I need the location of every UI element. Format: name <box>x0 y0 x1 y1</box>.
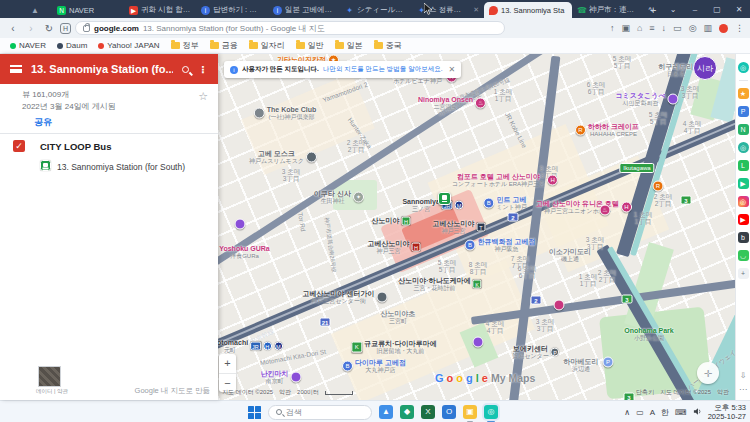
map-poi-label[interactable]: 하마베도리浜辺通 <box>564 358 599 373</box>
bookmark-folder[interactable]: 일반 <box>296 40 324 51</box>
map-poi-label[interactable]: 산노미야·하나도케마에三宮・花時計前K <box>398 277 481 292</box>
taskbar-clock[interactable]: 오후 5:332025-10-27 <box>708 403 746 422</box>
map-poi-label[interactable]: B한큐백화점 고베점神戸阪急 <box>465 238 536 253</box>
shortcuts-link[interactable]: 단축키 <box>636 388 654 397</box>
minimize-button[interactable]: – <box>684 0 706 18</box>
toolbar-icon[interactable]: ≡ <box>649 23 654 33</box>
more-icon[interactable]: ⋯ <box>739 385 747 394</box>
photos-taskbar-icon[interactable]: ▲ <box>379 405 393 419</box>
map-poi-label[interactable]: 히구레도리日暮通 <box>659 63 694 78</box>
toolbar-icon[interactable]: ⌂ <box>637 23 642 33</box>
map-poi-label[interactable]: R <box>653 181 664 192</box>
bookmark-folder[interactable]: 일자리 <box>249 40 285 51</box>
terms-link[interactable]: 약관 <box>717 388 729 397</box>
transit-stop-pill[interactable]: Ikutagawa <box>619 163 654 173</box>
audio-clip-icon[interactable]: ◎ <box>738 142 749 153</box>
layer-checkbox[interactable]: ✓ <box>13 140 25 152</box>
toolbar-icon[interactable]: ↑ <box>610 23 615 33</box>
bookmark-item[interactable]: Daum <box>57 41 87 50</box>
map-poi-label[interactable]: 고베산노미야神戸三宮H <box>368 240 421 255</box>
browser-tab[interactable]: i답변하기 : 지식iN <box>196 2 268 18</box>
volume-icon[interactable] <box>693 407 702 418</box>
account-avatar[interactable]: 시라 <box>693 56 717 80</box>
toolbar-icon[interactable]: ◎ <box>689 23 697 33</box>
bookmark-folder[interactable]: 금융 <box>210 40 238 51</box>
city-loop-bus-stop-marker[interactable] <box>438 192 451 205</box>
map-poi-label[interactable]: P <box>603 357 614 368</box>
terms-link[interactable]: 데이터 | 약관 <box>36 388 68 395</box>
ime-hangul-indicator[interactable]: 한 <box>661 407 669 418</box>
toolbar-icon[interactable]: ▣ <box>621 23 630 33</box>
map-poi-label[interactable]: B다이마루 고베점大丸神戸店 <box>342 359 406 374</box>
bookmark-item[interactable]: NAVER <box>10 41 46 50</box>
bookmark-item[interactable]: Yahoo! JAPAN <box>98 41 159 50</box>
forward-button[interactable]: › <box>24 23 38 34</box>
ime-alpha-indicator[interactable]: A <box>650 408 655 417</box>
map-poi-label[interactable] <box>235 219 246 230</box>
whale-logo-icon[interactable]: ◎ <box>738 62 749 73</box>
map-poi-label[interactable]: 보에키센터貿易センターP <box>512 345 559 360</box>
terms-link[interactable]: 약관 <box>279 388 291 397</box>
map-poi-label[interactable]: RYoshoku GURa洋食GURa <box>218 245 270 260</box>
basemap-thumbnail[interactable] <box>38 366 61 387</box>
layer-item-label[interactable]: 13. Sannomiya Station (for South) <box>57 162 185 172</box>
tray-chevron-icon[interactable]: ∧ <box>624 408 630 417</box>
map-poi-label[interactable]: Onohama Park小野浜公園 <box>624 327 673 342</box>
papago-icon[interactable]: P <box>738 106 749 117</box>
map-poi-label[interactable]: ♨ <box>600 205 611 216</box>
map-poi-label[interactable]: 고베산노미야神戸三宮T <box>433 220 486 235</box>
browser-tab[interactable]: i일본 고베에서 시티 <box>268 2 340 18</box>
map-canvas[interactable]: 기타노이진칸점★호텔 피에나 고베ホテルピエナ神戸HNinomiya Onsen… <box>218 54 735 400</box>
share-link[interactable]: 공유 <box>34 116 52 129</box>
map-poi-label[interactable]: 산노미야H <box>372 217 411 226</box>
taskbar-search[interactable]: 검색 <box>268 405 372 420</box>
browser-tab[interactable]: ▶귀화 시험 합격 그 <box>124 2 196 18</box>
back-button[interactable]: ‹ <box>6 23 20 34</box>
map-poi-label[interactable]: 고베산노미야 센터가이神戸三宮センター街 <box>303 290 388 305</box>
instagram-icon[interactable]: ◎ <box>738 196 749 207</box>
more-options-icon[interactable]: ⋮ <box>198 64 208 75</box>
explorer-taskbar-icon[interactable]: ▣ <box>463 405 477 419</box>
map-poi-label[interactable]: コミスタこうべ시민문화회관 <box>615 92 678 107</box>
map-poi-label[interactable]: R하하하 크레이프HAHAHA CREPE <box>575 123 639 138</box>
start-button[interactable] <box>248 406 261 419</box>
browser-tab[interactable]: ✦シティーループ 神戸 <box>340 2 412 18</box>
map-poi-label[interactable]: B민트 고베ミント神戸 <box>483 196 526 211</box>
excel-taskbar-icon[interactable]: X <box>421 405 435 419</box>
tab-close-icon[interactable]: ✕ <box>473 6 479 14</box>
banner-close-icon[interactable]: ✕ <box>448 65 455 74</box>
kakao-icon[interactable]: ◡ <box>738 250 749 261</box>
map-poi-label[interactable] <box>473 337 484 348</box>
map-poi-label[interactable]: 고베 모스크神戸ムスリムモスク <box>249 150 317 165</box>
keyboard-icon[interactable]: ⌨ <box>675 408 687 417</box>
history-button[interactable]: H <box>60 23 71 34</box>
map-poi-label[interactable]: 이쿠타 신사生田神社✦ <box>314 190 364 205</box>
browser-tab[interactable]: ▲ <box>18 2 52 18</box>
reload-button[interactable]: ↻ <box>42 23 56 34</box>
address-bar[interactable]: google.com 13. Sannomiya Station (for So… <box>75 21 505 35</box>
search-icon[interactable] <box>182 66 189 73</box>
map-poi-label[interactable]: K규쿄류치·다이마루마에旧居留地・大丸前 <box>351 340 436 355</box>
add-app-icon[interactable]: + <box>738 268 749 279</box>
map-poi-label[interactable]: 산노미야초三宮町 <box>381 310 416 325</box>
whale-taskbar-icon[interactable]: ◎ <box>484 405 498 419</box>
star-icon[interactable]: ☆ <box>198 90 208 103</box>
map-poi-label[interactable]: 컴포트 호텔 고베 산노미야コンフォートホテル ERA神戸三宮H <box>452 173 558 188</box>
map-poi-label[interactable]: 난킨마치南京町 <box>261 370 302 385</box>
toolbar-icon[interactable]: ▥ <box>703 23 712 33</box>
map-poi-label[interactable]: 고베 산노미야 유니온 호텔神戸三宮ユニオンホテルH <box>536 200 632 215</box>
line-icon[interactable]: L <box>738 160 749 171</box>
map-poi-label[interactable]: Ninomiya Onsen二宮温泉♨ <box>418 96 486 111</box>
close-button[interactable]: ✕ <box>728 0 750 18</box>
outlook-taskbar-icon[interactable]: O <box>442 405 456 419</box>
profile-avatar[interactable] <box>719 24 728 33</box>
map-poi-label[interactable] <box>554 300 565 311</box>
zoom-in-button[interactable]: + <box>219 354 236 374</box>
map-poi-label[interactable]: Motomachi元町JRHM <box>218 339 283 354</box>
toolbar-icon[interactable]: ▭ <box>673 23 682 33</box>
bookmark-icon[interactable]: ★ <box>738 88 749 99</box>
naver-tv-icon[interactable]: ▶ <box>738 178 749 189</box>
pan-compass-control[interactable]: ✛ <box>697 362 719 384</box>
bookmark-folder[interactable]: 정부 <box>171 40 199 51</box>
youtube-icon[interactable]: ▶ <box>738 214 749 225</box>
